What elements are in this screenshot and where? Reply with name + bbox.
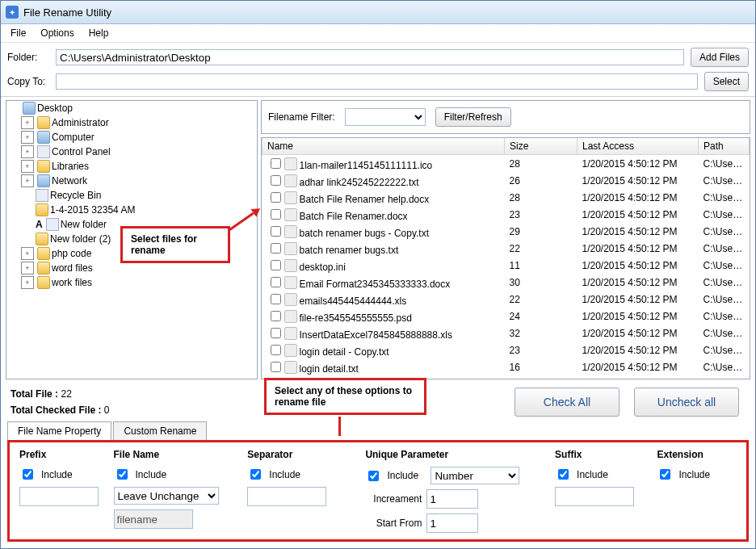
generic-icon: [36, 189, 48, 202]
startfrom-input[interactable]: [426, 513, 478, 533]
table-row[interactable]: emails445445444444.xls221/20/2015 4:50:1…: [262, 291, 750, 308]
row-checkbox[interactable]: [271, 328, 281, 338]
col-name[interactable]: Name: [262, 138, 505, 155]
tree-expand-icon[interactable]: +: [21, 262, 34, 274]
increment-label: Increament: [365, 493, 422, 505]
add-files-button[interactable]: Add Files: [691, 48, 749, 67]
unique-type-select[interactable]: Number: [430, 467, 519, 484]
table-row[interactable]: InsertDataExcel7845845888888.xls321/20/2…: [262, 325, 750, 342]
col-access[interactable]: Last Access: [578, 138, 699, 155]
tree-item[interactable]: +work files: [6, 275, 257, 290]
row-checkbox[interactable]: [271, 345, 281, 355]
table-row[interactable]: batch renamer bugs - Copy.txt291/20/2015…: [262, 223, 750, 240]
filter-refresh-button[interactable]: Filter/Refresh: [435, 107, 511, 127]
menu-help[interactable]: Help: [89, 27, 109, 39]
separator-input[interactable]: [247, 487, 326, 506]
tree-item[interactable]: Desktop: [6, 101, 257, 115]
unique-title: Unique Parameter: [365, 449, 540, 460]
table-row[interactable]: Batch File Renamer.docx231/20/2015 4:50:…: [262, 206, 750, 223]
table-row[interactable]: login detail.txt161/20/2015 4:50:12 PMC:…: [262, 358, 750, 375]
file-list[interactable]: Name Size Last Access Path 1lan-mailer11…: [261, 137, 750, 379]
table-row[interactable]: adhar link245245222222.txt261/20/2015 4:…: [262, 172, 750, 189]
tree-item-label: word files: [52, 262, 93, 274]
row-checkbox[interactable]: [271, 277, 281, 287]
tree-expand-icon[interactable]: +: [21, 276, 34, 289]
row-checkbox[interactable]: [271, 209, 281, 220]
tree-item-label: 1-4-2015 32354 AM: [50, 204, 135, 216]
tab-file-name-property[interactable]: File Name Property: [7, 421, 111, 440]
tree-expand-icon[interactable]: +: [21, 160, 34, 173]
tree-item[interactable]: Recycle Bin: [6, 188, 257, 203]
filename-include-check[interactable]: [117, 469, 128, 480]
row-checkbox[interactable]: [271, 243, 281, 254]
cell-path: C:\Users\Adm: [699, 257, 750, 274]
prefix-input[interactable]: [19, 487, 99, 506]
cell-name: InsertDataExcel7845845888888.xls: [300, 329, 452, 341]
cell-access: 1/20/2015 4:50:12 PM: [578, 240, 699, 257]
row-checkbox[interactable]: [271, 260, 281, 270]
toolbar: Folder: Add Files Copy To: Select: [1, 43, 755, 97]
menu-file[interactable]: File: [10, 27, 26, 39]
cell-size: 23: [505, 206, 578, 223]
tree-item-label: Libraries: [52, 161, 89, 172]
tree-expand-icon[interactable]: +: [21, 131, 34, 144]
unique-include-check[interactable]: [368, 471, 379, 481]
cell-access: 1/20/2015 4:50:12 PM: [578, 172, 699, 189]
tree-item[interactable]: +Control Panel: [6, 145, 257, 159]
uncheck-all-button[interactable]: Uncheck all: [634, 388, 739, 417]
row-checkbox[interactable]: [271, 192, 281, 203]
increment-input[interactable]: [426, 489, 478, 509]
cell-path: C:\Users\Adm: [699, 342, 750, 358]
tree-item[interactable]: +Computer: [6, 130, 257, 145]
col-size[interactable]: Size: [505, 138, 578, 155]
prefix-include-check[interactable]: [23, 469, 33, 480]
table-row[interactable]: batch renamer bugs.txt221/20/2015 4:50:1…: [262, 240, 750, 257]
menu-options[interactable]: Options: [40, 27, 74, 39]
extension-include-check[interactable]: [660, 469, 670, 480]
row-checkbox[interactable]: [271, 362, 281, 372]
tree-expand-icon[interactable]: +: [21, 174, 34, 187]
cell-access: 1/20/2015 4:50:12 PM: [578, 274, 699, 291]
row-checkbox[interactable]: [271, 294, 281, 304]
suffix-include-check[interactable]: [558, 469, 569, 480]
cell-name: adhar link245245222222.txt: [300, 177, 419, 188]
suffix-input[interactable]: [555, 487, 634, 506]
window-title: File Rename Utility: [23, 6, 111, 19]
col-path[interactable]: Path: [699, 138, 750, 155]
cell-name: file-re3545545555555.psd: [300, 312, 412, 324]
row-checkbox[interactable]: [271, 226, 281, 237]
table-row[interactable]: file-re3545545555555.psd241/20/2015 4:50…: [262, 308, 750, 325]
tab-custom-rename[interactable]: Custom Rename: [113, 421, 207, 440]
filter-input[interactable]: [345, 108, 426, 126]
row-checkbox[interactable]: [271, 311, 281, 321]
copyto-input[interactable]: [56, 73, 698, 90]
table-row[interactable]: login detail - Copy.txt231/20/2015 4:50:…: [262, 342, 750, 358]
cell-name: batch renamer bugs - Copy.txt: [300, 228, 430, 239]
tree-item[interactable]: 1-4-2015 32354 AM: [6, 203, 257, 217]
row-checkbox[interactable]: [271, 158, 281, 169]
tree-item[interactable]: +Administrator: [6, 115, 257, 130]
table-row[interactable]: 1lan-mailer1145145111111.ico281/20/2015 …: [262, 155, 750, 173]
cell-access: 1/20/2015 4:50:12 PM: [578, 358, 699, 375]
table-row[interactable]: Email Format2345345333333.docx301/20/201…: [262, 274, 750, 291]
tree-expand-icon[interactable]: +: [21, 116, 34, 129]
folder-input[interactable]: [56, 49, 684, 65]
select-button[interactable]: Select: [704, 72, 749, 91]
table-row[interactable]: Batch File Renamer help.docx281/20/2015 …: [262, 189, 750, 206]
separator-include-check[interactable]: [250, 469, 261, 480]
extension-include-label: Include: [678, 469, 710, 480]
cell-size: 24: [505, 308, 578, 325]
row-checkbox[interactable]: [271, 175, 281, 186]
tree-item-label: Computer: [52, 132, 94, 143]
cell-access: 1/20/2015 4:50:12 PM: [578, 325, 699, 342]
filename-option-select[interactable]: Leave Unchange: [114, 487, 219, 505]
check-all-button[interactable]: Check All: [514, 388, 620, 417]
checked-value: 0: [104, 404, 110, 416]
table-row[interactable]: desktop.ini111/20/2015 4:50:12 PMC:\User…: [262, 257, 750, 274]
suffix-include-label: Include: [577, 469, 608, 480]
tree-item[interactable]: +Network: [6, 174, 257, 188]
folder-label: Folder:: [7, 52, 49, 63]
tree-item[interactable]: +Libraries: [6, 159, 257, 174]
tree-expand-icon[interactable]: +: [21, 145, 34, 158]
tree-expand-icon[interactable]: +: [21, 247, 34, 260]
